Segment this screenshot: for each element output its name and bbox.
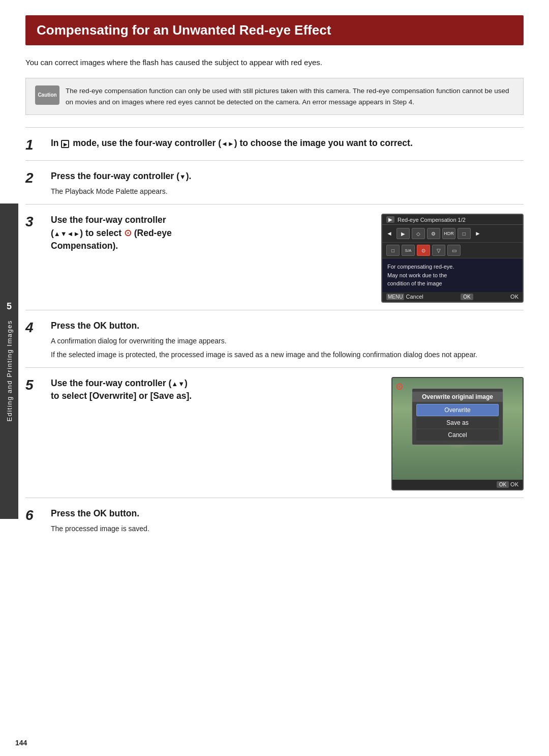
lcd-btn-rect: ▭ [447, 245, 461, 256]
dialog-photo-bg: ⊙ Overwrite original image Overwrite Sav… [392, 378, 523, 480]
caution-icon: Caution [35, 85, 59, 105]
lcd-header: ▶ Red-eye Compensation 1/2 [382, 215, 523, 225]
step-5-content: Use the four-way controller (▲▼) to sele… [51, 377, 524, 490]
step-4-desc2: If the selected image is protected, the … [51, 349, 524, 360]
lcd-btn-square: □ [458, 228, 471, 239]
step-3-content: Use the four-way controller (▲▼◄►) to se… [51, 214, 524, 303]
page-number: 144 [15, 739, 27, 747]
side-tab: 5 Editing and Printing Images [0, 203, 18, 519]
lcd-ok-text: OK [510, 294, 518, 300]
step-4-desc1: A confirmation dialog for overwriting th… [51, 335, 524, 346]
dialog-ok-text: OK [510, 481, 518, 487]
step-2: 2 Press the four-way controller (▼). The… [25, 160, 524, 205]
lcd-arrow-right: ► [475, 230, 481, 237]
side-tab-label: Editing and Printing Images [6, 320, 13, 421]
step-6: 6 Press the OK button. The processed ima… [25, 498, 524, 542]
step-1: 1 In ▶ mode, use the four-way controller… [25, 127, 524, 160]
step-3-number: 3 [25, 215, 44, 229]
step-1-title: In ▶ mode, use the four-way controller (… [51, 137, 524, 150]
lcd-icons-row1: ◄ ▶ ◇ ⚙ HDR □ ► [382, 225, 523, 243]
step-3-inner: Use the four-way controller (▲▼◄►) to se… [51, 214, 524, 303]
lcd-playback-icon: ▶ [386, 216, 394, 223]
caution-box: Caution The red-eye compensation functio… [25, 78, 524, 115]
lcd-btn-gear: ⚙ [427, 228, 440, 239]
lcd-btn-hdr: HDR [442, 228, 455, 239]
step-6-number: 6 [25, 508, 44, 522]
step-1-content: In ▶ mode, use the four-way controller (… [51, 137, 524, 153]
step-4-content: Press the OK button. A confirmation dial… [51, 319, 524, 360]
lcd-header-text: Red-eye Compensation 1/2 [398, 217, 466, 223]
lcd-btn-frame: □ [386, 245, 400, 256]
side-tab-number: 5 [7, 301, 12, 312]
step-5-number: 5 [25, 378, 44, 392]
step-6-content: Press the OK button. The processed image… [51, 507, 524, 535]
playback-icon: ▶ [61, 140, 69, 148]
lcd-btn-sa: S/A [402, 245, 415, 256]
step-5: 5 Use the four-way controller (▲▼) to se… [25, 367, 524, 498]
dialog-ok-bar: OK OK [392, 480, 523, 489]
lcd-arrow-left: ◄ [386, 230, 392, 237]
caution-text: The red-eye compensation function can on… [66, 85, 514, 107]
lcd-ok-badge: OK [461, 294, 473, 300]
step-3-text: Use the four-way controller (▲▼◄►) to se… [51, 214, 372, 255]
step-5-text: Use the four-way controller (▲▼) to sele… [51, 377, 382, 406]
page-container: 5 Editing and Printing Images Compensati… [0, 0, 549, 756]
step-3-title: Use the four-way controller (▲▼◄►) to se… [51, 214, 372, 252]
lcd-menu-badge: MENU [386, 294, 404, 300]
page-title: Compensating for an Unwanted Red-eye Eff… [25, 15, 524, 45]
dialog-option-overwrite[interactable]: Overwrite [416, 404, 499, 416]
lcd-btn-down: ▽ [432, 245, 445, 256]
step-2-title: Press the four-way controller (▼). [51, 170, 524, 183]
step-2-desc: The Playback Mode Palette appears. [51, 186, 524, 197]
step-5-inner: Use the four-way controller (▲▼) to sele… [51, 377, 524, 490]
dialog-screen: ⊙ Overwrite original image Overwrite Sav… [391, 377, 524, 490]
step-6-desc: The processed image is saved. [51, 523, 524, 534]
dialog-option-cancel[interactable]: Cancel [416, 429, 499, 441]
step-3: 3 Use the four-way controller (▲▼◄►) to … [25, 204, 524, 310]
lcd-info-text: For compensating red-eye. May not work d… [382, 258, 523, 292]
lcd-bottom-left: MENU Cancel [386, 294, 423, 300]
lcd-bottom-bar: MENU Cancel OK OK [382, 292, 523, 302]
step-4-number: 4 [25, 321, 44, 335]
lcd-btn-redeye: ⊙ [417, 245, 430, 256]
main-content: Compensating for an Unwanted Red-eye Eff… [25, 0, 524, 756]
step-6-title: Press the OK button. [51, 507, 524, 520]
lcd-screen: ▶ Red-eye Compensation 1/2 ◄ ▶ ◇ ⚙ HDR □… [381, 214, 524, 303]
step-1-number: 1 [25, 138, 44, 152]
dialog-overlay: Overwrite original image Overwrite Save … [412, 388, 503, 445]
lcd-btn-play: ▶ [396, 228, 410, 239]
step-5-title: Use the four-way controller (▲▼) to sele… [51, 377, 382, 403]
step-2-content: Press the four-way controller (▼). The P… [51, 170, 524, 197]
dialog-option-saveas[interactable]: Save as [416, 417, 499, 428]
step-2-number: 2 [25, 171, 44, 185]
intro-text: You can correct images where the flash h… [25, 56, 524, 69]
step-4: 4 Press the OK button. A confirmation di… [25, 310, 524, 367]
redeye-overlay-icon: ⊙ [395, 381, 403, 392]
lcd-btn-diamond: ◇ [412, 228, 425, 239]
dialog-ok-badge: OK [497, 481, 509, 488]
step-4-title: Press the OK button. [51, 319, 524, 332]
dialog-question: Overwrite original image [412, 392, 503, 402]
lcd-icons-row2: □ S/A ⊙ ▽ ▭ [382, 243, 523, 258]
